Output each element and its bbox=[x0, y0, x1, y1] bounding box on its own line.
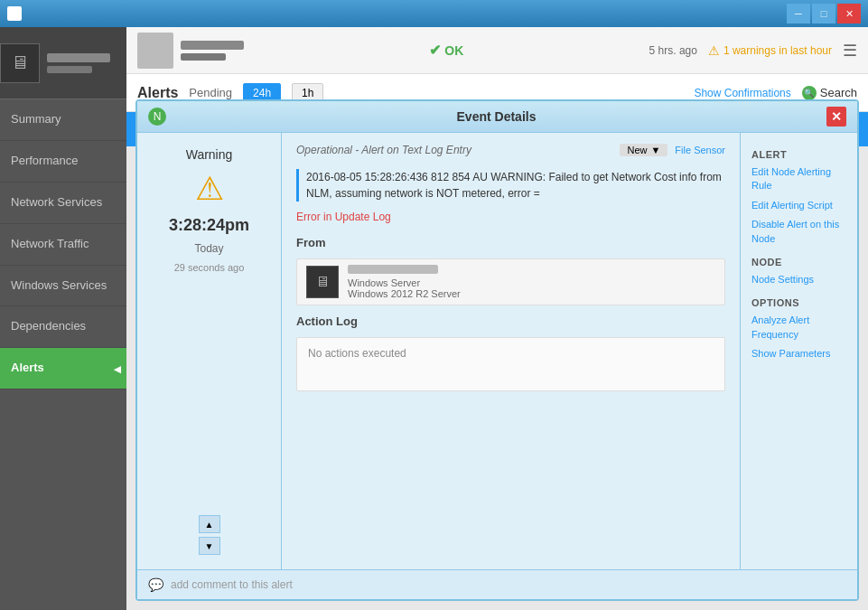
node-type-placeholder bbox=[181, 53, 226, 61]
sidebar-item-dependencies[interactable]: Dependencies bbox=[0, 306, 126, 348]
sidebar-item-network-traffic[interactable]: Network Traffic bbox=[0, 224, 126, 266]
modal-body: Warning ⚠ 3:28:24pm Today 29 seconds ago… bbox=[137, 133, 857, 569]
sidebar-nav: Summary Performance Network Services Net… bbox=[0, 99, 126, 610]
modal-close-button[interactable]: ✕ bbox=[826, 107, 846, 127]
node-name-bar bbox=[348, 265, 438, 274]
sidebar-item-network-services[interactable]: Network Services bbox=[0, 183, 126, 224]
from-node: 🖥 Windows Server Windows 2012 R2 Server bbox=[296, 258, 725, 305]
alerts-pending: Pending bbox=[189, 86, 232, 99]
node-section-title: NODE bbox=[751, 257, 846, 267]
server-avatar bbox=[137, 33, 173, 69]
sidebar-item-summary[interactable]: Summary bbox=[0, 99, 126, 141]
search-icon: 🔍 bbox=[802, 86, 817, 100]
options-section-title: OPTIONS bbox=[751, 297, 846, 308]
sidebar-item-performance[interactable]: Performance bbox=[0, 141, 126, 183]
sidebar: 🖥 Summary Performance Network Services N… bbox=[0, 27, 126, 610]
app-icon bbox=[7, 6, 22, 21]
modal-app-icon: N bbox=[148, 108, 166, 126]
node-name-placeholder bbox=[181, 41, 244, 50]
node-os: Windows Server bbox=[348, 277, 461, 288]
warning-icon: ⚠ bbox=[708, 43, 720, 58]
node-icon: 🖥 bbox=[306, 266, 339, 298]
close-button[interactable]: ✕ bbox=[837, 4, 861, 23]
event-message-text: 2016-08-05 15:28:26:436 812 854 AU WARNI… bbox=[306, 171, 722, 200]
server-icon: 🖥 bbox=[0, 43, 40, 83]
warning-text: 1 warnings in last hour bbox=[723, 44, 832, 57]
window-controls: ─ □ ✕ bbox=[787, 4, 861, 23]
status-bar: ✔ OK 5 hrs. ago ⚠ 1 warnings in last hou… bbox=[126, 27, 868, 74]
node-version: Windows 2012 R2 Server bbox=[348, 288, 461, 299]
sidebar-item-alerts[interactable]: Alerts bbox=[0, 348, 126, 389]
status-right: 5 hrs. ago ⚠ 1 warnings in last hour ☰ bbox=[649, 41, 857, 61]
severity-label: Warning bbox=[186, 147, 233, 162]
warning-triangle-icon: ⚠ bbox=[187, 169, 232, 209]
status-badge-text: New bbox=[627, 145, 647, 155]
action-log-box: No actions executed bbox=[296, 337, 725, 391]
sidebar-item-windows-services[interactable]: Windows Services bbox=[0, 266, 126, 307]
status-ok: ✔ OK bbox=[429, 42, 463, 59]
maximize-button[interactable]: □ bbox=[812, 4, 835, 23]
event-source: Operational - Alert on Text Log Entry bbox=[296, 144, 471, 156]
event-new-badge: New ▼ bbox=[620, 144, 667, 156]
modal-right-panel: ALERT Edit Node Alerting Rule Edit Alert… bbox=[740, 133, 857, 569]
modal-left-panel: Warning ⚠ 3:28:24pm Today 29 seconds ago… bbox=[137, 133, 282, 569]
error-tag: Error in Update Log bbox=[296, 211, 725, 223]
disable-alert-link[interactable]: Disable Alert on this Node bbox=[751, 218, 846, 246]
event-time: 3:28:24pm bbox=[169, 216, 249, 235]
arrow-down-button[interactable]: ▼ bbox=[199, 537, 220, 555]
no-actions-text: No actions executed bbox=[308, 347, 406, 360]
comment-placeholder[interactable]: add comment to this alert bbox=[171, 578, 293, 591]
server-name-placeholder2 bbox=[47, 66, 92, 73]
time-ago: 5 hrs. ago bbox=[649, 44, 697, 57]
modal-title: Event Details bbox=[166, 109, 826, 124]
event-message: 2016-08-05 15:28:26:436 812 854 AU WARNI… bbox=[296, 169, 725, 202]
search-button[interactable]: 🔍 Search bbox=[802, 86, 857, 100]
title-bar: ─ □ ✕ bbox=[0, 0, 868, 27]
sidebar-header: 🖥 bbox=[0, 27, 126, 99]
edit-alert-script-link[interactable]: Edit Alerting Script bbox=[751, 199, 846, 212]
server-name-placeholder bbox=[47, 53, 110, 62]
show-confirmations-link[interactable]: Show Confirmations bbox=[694, 87, 790, 99]
menu-icon[interactable]: ☰ bbox=[843, 41, 857, 61]
event-ago: 29 seconds ago bbox=[174, 262, 245, 273]
content-area: ✔ OK 5 hrs. ago ⚠ 1 warnings in last hou… bbox=[126, 27, 868, 610]
check-icon: ✔ bbox=[429, 42, 441, 59]
action-log-title: Action Log bbox=[296, 314, 725, 328]
modal-center-panel: Operational - Alert on Text Log Entry Ne… bbox=[282, 133, 740, 569]
alert-section-title: ALERT bbox=[751, 149, 846, 160]
file-sensor-link[interactable]: File Sensor bbox=[675, 145, 725, 155]
ok-label: OK bbox=[444, 43, 463, 58]
modal-overlay: N Event Details ✕ Warning ⚠ 3:28:24pm To… bbox=[135, 99, 859, 601]
comment-icon: 💬 bbox=[148, 577, 163, 592]
arrow-up-button[interactable]: ▲ bbox=[199, 515, 220, 533]
node-settings-link[interactable]: Node Settings bbox=[751, 273, 846, 286]
analyze-frequency-link[interactable]: Analyze Alert Frequency bbox=[751, 314, 846, 342]
nav-arrows: ▲ ▼ bbox=[199, 515, 220, 555]
modal-title-bar: N Event Details ✕ bbox=[137, 101, 857, 133]
warning-status: ⚠ 1 warnings in last hour bbox=[708, 43, 832, 58]
event-details-modal: N Event Details ✕ Warning ⚠ 3:28:24pm To… bbox=[135, 99, 859, 601]
edit-node-alert-rule-link[interactable]: Edit Node Alerting Rule bbox=[751, 165, 846, 193]
event-status-row: Operational - Alert on Text Log Entry Ne… bbox=[296, 144, 725, 156]
alerts-title: Alerts bbox=[137, 85, 178, 101]
search-label: Search bbox=[820, 86, 857, 99]
comment-box: 💬 add comment to this alert bbox=[137, 569, 857, 599]
show-parameters-link[interactable]: Show Parameters bbox=[751, 347, 846, 361]
minimize-button[interactable]: ─ bbox=[787, 4, 810, 23]
from-section-label: From bbox=[296, 236, 725, 249]
event-date: Today bbox=[194, 242, 223, 255]
